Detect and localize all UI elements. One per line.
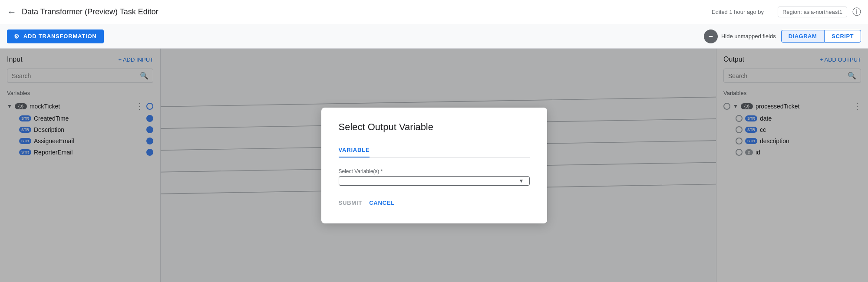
modal-select[interactable]: [339, 176, 530, 186]
modal-overlay: Select Output Variable VARIABLE Select V…: [0, 49, 868, 282]
region-badge: Region: asia-northeast1: [778, 7, 847, 17]
toggle-minus-icon[interactable]: –: [704, 30, 718, 43]
modal-title: Select Output Variable: [339, 121, 530, 133]
modal-field-label: Select Variable(s) *: [339, 168, 530, 174]
script-button[interactable]: SCRIPT: [824, 30, 861, 43]
hide-unmapped-toggle[interactable]: – Hide unmapped fields: [704, 30, 776, 43]
add-transformation-button[interactable]: ⚙ ADD TRANSFORMATION: [7, 30, 104, 43]
cancel-button[interactable]: CANCEL: [369, 196, 395, 210]
edit-meta: Edited 1 hour ago by: [712, 9, 764, 15]
top-bar: ← Data Transformer (Preview) Task Editor…: [0, 0, 868, 24]
view-toggle-group: DIAGRAM SCRIPT: [781, 30, 861, 43]
modal-tabs: VARIABLE: [339, 143, 530, 158]
tab-variable[interactable]: VARIABLE: [339, 143, 370, 157]
submit-button[interactable]: SUBMIT: [339, 196, 363, 210]
page-title: Data Transformer (Preview) Task Editor: [22, 7, 712, 16]
diagram-button[interactable]: DIAGRAM: [781, 30, 825, 43]
info-icon[interactable]: ⓘ: [852, 6, 861, 18]
toolbar-right: – Hide unmapped fields DIAGRAM SCRIPT: [704, 30, 861, 43]
toolbar: ⚙ ADD TRANSFORMATION – Hide unmapped fie…: [0, 24, 868, 49]
back-button[interactable]: ←: [7, 7, 17, 18]
hide-unmapped-label: Hide unmapped fields: [721, 33, 776, 39]
modal-actions: SUBMIT CANCEL: [339, 196, 530, 210]
main-area: Input + ADD INPUT 🔍 Variables ▼ {J} mock…: [0, 49, 868, 282]
select-output-variable-modal: Select Output Variable VARIABLE Select V…: [321, 108, 547, 223]
gear-icon: ⚙: [14, 33, 20, 40]
